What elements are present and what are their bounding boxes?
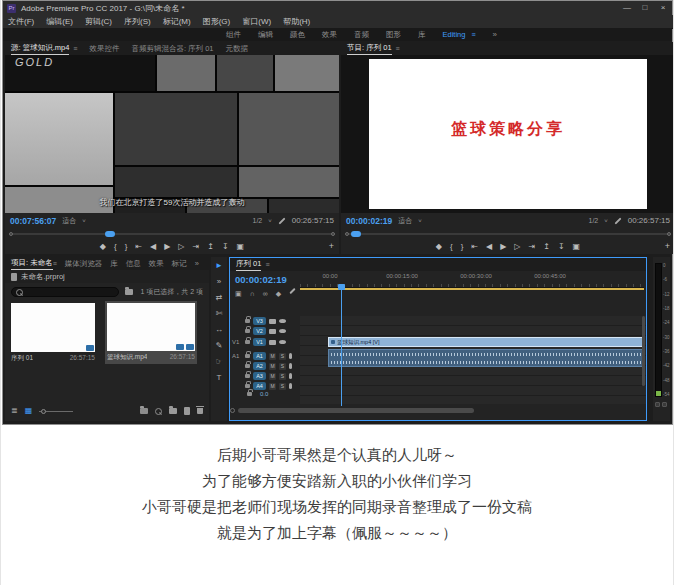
lock-icon[interactable] (245, 319, 250, 323)
video-clip-selected[interactable]: 篮球知识.mp4 [V] (328, 337, 644, 347)
tab-program[interactable]: 节目: 序列 01 (347, 43, 392, 55)
source-patch-v1[interactable]: V1 (232, 339, 242, 345)
tab-sequence-01[interactable]: 序列 01 (236, 259, 261, 271)
menu-edit[interactable]: 编辑(E) (46, 16, 73, 27)
panel-overflow-icon[interactable]: » (195, 259, 199, 268)
razor-tool[interactable]: ✄ (216, 309, 223, 318)
tab-info[interactable]: 信息 (126, 259, 141, 269)
tab-effects[interactable]: 效果 (149, 259, 164, 269)
hand-tool[interactable]: ☞ (215, 357, 222, 366)
thumbnail-zoom-slider[interactable] (39, 411, 73, 412)
workspace-tab-effects[interactable]: 效果 (322, 30, 337, 40)
item-thumbnail[interactable] (107, 303, 195, 351)
tab-source[interactable]: 源: 篮球知识.mp4 (11, 43, 69, 55)
add-marker-icon[interactable]: ◆ (276, 290, 281, 298)
track-target-a2[interactable]: A2 (253, 362, 266, 370)
scrub-track[interactable] (345, 233, 671, 235)
workspace-overflow-icon[interactable]: » (493, 30, 497, 39)
search-input[interactable] (23, 287, 118, 297)
search-box[interactable] (11, 287, 119, 297)
export-frame-icon[interactable]: ▣ (237, 242, 245, 252)
insert-icon[interactable]: ↥ (207, 242, 214, 252)
overwrite-icon[interactable]: ↧ (222, 242, 229, 252)
type-tool[interactable]: T (217, 373, 222, 382)
track-output-eye-icon[interactable] (279, 340, 286, 344)
solo-button[interactable]: S (279, 353, 286, 360)
lock-icon[interactable] (245, 354, 250, 358)
workspace-tab-assembly[interactable]: 组件 (226, 30, 241, 40)
add-marker-icon[interactable]: ◆ (436, 242, 442, 252)
lock-icon[interactable] (245, 329, 250, 333)
panel-menu-icon[interactable]: ≡ (265, 261, 269, 268)
timeline-ruler[interactable]: 00:00 00:00:15:00 00:00:30:00 00:00:45:0… (300, 271, 644, 288)
lock-icon[interactable] (247, 392, 252, 396)
mute-button[interactable]: M (269, 373, 276, 380)
play-icon[interactable]: ▶ (164, 242, 170, 252)
close-button[interactable]: × (654, 1, 672, 15)
step-back-icon[interactable]: ◀ (150, 242, 156, 252)
delete-icon[interactable] (197, 408, 203, 414)
new-search-bin-icon[interactable] (125, 289, 133, 295)
tab-project[interactable]: 项目: 未命名 (11, 258, 53, 270)
workspace-tab-libraries[interactable]: 库 (418, 30, 426, 40)
menu-graphics[interactable]: 图形(G) (203, 16, 231, 27)
program-resolution-select[interactable]: 1/2 (588, 217, 598, 224)
timeline-vscrollbar[interactable] (642, 316, 645, 386)
voiceover-mic-icon[interactable] (289, 373, 292, 379)
workspace-menu-icon[interactable]: ≡ (471, 31, 475, 38)
scrollbar-handle[interactable] (238, 408, 474, 413)
program-scrubber[interactable] (345, 230, 671, 238)
track-target-a1[interactable]: A1 (253, 352, 266, 360)
step-forward-icon[interactable]: ▷ (178, 242, 184, 252)
project-item-sequence[interactable]: 序列 01 26:57:15 (11, 303, 95, 363)
menu-window[interactable]: 窗口(W) (242, 16, 271, 27)
mute-button[interactable]: M (269, 363, 276, 370)
program-video-frame[interactable]: 篮球策略分享 (341, 55, 674, 213)
source-video-frame[interactable]: GOLD 我们在北京打造了59次活动并造成了轰动 (5, 55, 339, 213)
item-thumbnail[interactable] (11, 303, 95, 352)
track-target-v2[interactable]: V2 (253, 327, 266, 335)
master-gain-value[interactable]: 0.0 (260, 391, 268, 397)
tab-audio-clip-mixer[interactable]: 音频剪辑混合器: 序列 01 (131, 44, 213, 54)
go-to-out-icon[interactable]: ⇥ (529, 242, 536, 252)
find-icon[interactable] (155, 408, 162, 415)
voiceover-mic-icon[interactable] (289, 363, 292, 369)
lift-icon[interactable]: ↥ (543, 242, 550, 252)
go-to-out-icon[interactable]: ⇥ (193, 242, 200, 252)
solo-button[interactable]: S (279, 363, 286, 370)
step-forward-icon[interactable]: ▷ (514, 242, 520, 252)
zoom-slider-knob[interactable] (41, 409, 46, 414)
work-area-bar[interactable] (300, 288, 644, 290)
solo-button[interactable]: S (279, 373, 286, 380)
icon-view-icon[interactable]: ▦ (25, 406, 33, 416)
voiceover-mic-icon[interactable] (289, 353, 292, 359)
new-item-icon[interactable] (184, 407, 190, 415)
insert-nest-icon[interactable]: ▣ (235, 290, 242, 298)
source-patch-a1[interactable]: A1 (232, 353, 242, 359)
lock-icon[interactable] (245, 384, 250, 388)
timeline-current-timecode[interactable]: 00:00:02:19 (235, 274, 287, 285)
source-playhead[interactable] (105, 231, 115, 237)
maximize-button[interactable]: □ (636, 1, 654, 15)
scrub-track[interactable] (9, 233, 335, 235)
lock-icon[interactable] (245, 364, 250, 368)
program-fit-select[interactable]: 适合 (398, 216, 412, 226)
project-item-clip-selected[interactable]: 篮球知识.mp4 26:57:15 (105, 301, 197, 364)
workspace-tab-editing[interactable]: 编辑 (258, 30, 273, 40)
minimize-button[interactable]: — (618, 1, 636, 15)
solo-left-button[interactable] (655, 402, 660, 407)
automate-to-sequence-icon[interactable] (140, 408, 148, 414)
slip-tool[interactable]: ↔ (215, 325, 223, 334)
workspace-tab-active[interactable]: Editing (443, 30, 466, 39)
settings-wrench-icon[interactable] (278, 217, 285, 224)
extract-icon[interactable]: ↧ (558, 242, 565, 252)
track-output-eye-icon[interactable] (279, 319, 286, 323)
tab-effect-controls[interactable]: 效果控件 (89, 44, 119, 54)
timeline-playhead[interactable] (341, 284, 342, 406)
tab-metadata[interactable]: 元数据 (226, 44, 249, 54)
go-to-in-icon[interactable]: ⇤ (471, 242, 478, 252)
mark-out-icon[interactable]: } (125, 242, 128, 252)
sync-lock-icon[interactable] (269, 340, 276, 345)
workspace-tab-audio[interactable]: 音频 (354, 30, 369, 40)
mark-in-icon[interactable]: { (450, 242, 453, 252)
